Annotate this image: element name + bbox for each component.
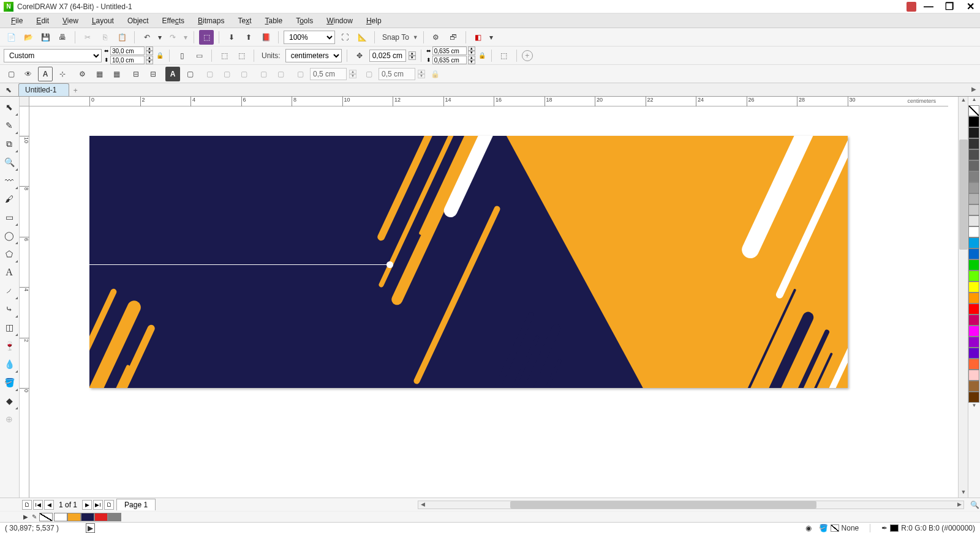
dup-y-input[interactable] bbox=[432, 56, 467, 64]
tb3-btn-8[interactable]: ⊟ bbox=[129, 67, 143, 81]
vscroll-thumb[interactable] bbox=[959, 140, 968, 250]
color-swatch[interactable] bbox=[968, 326, 979, 337]
add-page-after-button[interactable]: 🗋 bbox=[104, 500, 114, 510]
color-swatch[interactable] bbox=[968, 392, 979, 403]
drawing-workspace[interactable] bbox=[29, 106, 948, 498]
page-tab[interactable]: Page 1 bbox=[116, 499, 156, 510]
color-swatch[interactable] bbox=[968, 281, 979, 293]
color-swatch[interactable] bbox=[968, 337, 979, 348]
freehand-tool[interactable]: 〰 bbox=[0, 171, 18, 190]
portrait-button[interactable]: ▯ bbox=[175, 48, 189, 63]
color-swatch[interactable] bbox=[968, 226, 979, 237]
units-select[interactable]: centimeters bbox=[285, 49, 342, 62]
maximize-button[interactable]: ❐ bbox=[943, 2, 956, 12]
menu-bitmaps[interactable]: Bitmaps bbox=[192, 15, 230, 27]
app-launcher-button[interactable]: ◧ bbox=[471, 30, 486, 45]
play-icon[interactable]: ▶ bbox=[86, 523, 95, 533]
page-width-down[interactable]: ▼ bbox=[146, 51, 153, 55]
tb3-btn-13[interactable]: ▢ bbox=[219, 67, 234, 81]
doc-color-swatch[interactable] bbox=[81, 513, 94, 521]
add-page-button[interactable]: 🗋 bbox=[22, 500, 32, 510]
menu-help[interactable]: Help bbox=[360, 15, 388, 27]
polygon-tool[interactable]: ⬠ bbox=[0, 245, 18, 263]
doc-palette-none[interactable] bbox=[39, 513, 53, 521]
tb3-btn-16[interactable]: ▢ bbox=[273, 67, 288, 81]
last-page-button[interactable]: ▶I bbox=[93, 500, 103, 510]
undo-dropdown[interactable]: ▾ bbox=[157, 30, 163, 45]
color-swatch[interactable] bbox=[968, 293, 979, 304]
tab-pick-icon[interactable]: ⬉ bbox=[4, 85, 13, 95]
export-button[interactable]: ⬆ bbox=[241, 30, 256, 45]
tb3-btn-17[interactable]: ▢ bbox=[293, 67, 307, 81]
tb3-btn-4[interactable]: ⊹ bbox=[55, 67, 70, 81]
add-property-button[interactable]: + bbox=[522, 50, 533, 61]
options-button[interactable]: ⚙ bbox=[429, 30, 443, 45]
ruler-origin[interactable] bbox=[20, 97, 29, 106]
cut-button[interactable]: ✂ bbox=[80, 30, 95, 45]
pick-tool[interactable]: ⬉ bbox=[0, 98, 18, 116]
color-swatch[interactable] bbox=[968, 359, 979, 370]
redo-dropdown[interactable]: ▾ bbox=[183, 30, 189, 45]
color-swatch[interactable] bbox=[968, 381, 979, 392]
color-swatch[interactable] bbox=[968, 182, 979, 193]
zoom-tool[interactable]: 🔍 bbox=[0, 153, 18, 171]
color-swatch[interactable] bbox=[968, 348, 979, 359]
drop-shadow-tool[interactable]: ◫ bbox=[0, 318, 18, 337]
user-account-icon[interactable] bbox=[907, 2, 916, 12]
doc-color-swatch[interactable] bbox=[54, 513, 67, 521]
paste-button[interactable]: 📋 bbox=[115, 30, 129, 45]
tb3-btn-19[interactable]: 🔒 bbox=[428, 67, 442, 81]
menu-edit[interactable]: Edit bbox=[30, 15, 55, 27]
parallel-dimension-tool[interactable]: ⟋ bbox=[0, 281, 18, 300]
fill-indicator[interactable]: 🪣 None bbox=[819, 524, 859, 532]
undo-button[interactable]: ↶ bbox=[140, 30, 154, 45]
tb3-btn-6[interactable]: ▦ bbox=[92, 67, 107, 81]
shape-tool[interactable]: ✎ bbox=[0, 116, 18, 135]
launch-button[interactable]: 🗗 bbox=[446, 30, 461, 45]
zoom-level-select[interactable]: 100% bbox=[284, 31, 335, 44]
treat-as-filled-button[interactable]: ⬚ bbox=[497, 48, 511, 63]
color-swatch[interactable] bbox=[968, 160, 979, 171]
nudge-distance-input[interactable] bbox=[369, 50, 406, 62]
drawing-page[interactable] bbox=[89, 136, 848, 388]
color-swatch[interactable] bbox=[968, 127, 979, 138]
color-swatch[interactable] bbox=[968, 270, 979, 281]
full-screen-preview-button[interactable]: ⛶ bbox=[337, 30, 352, 45]
tb3-btn-1[interactable]: ▢ bbox=[4, 67, 18, 81]
hscroll-left[interactable]: ◀ bbox=[418, 501, 427, 509]
page-size-lock-icon[interactable]: 🔒 bbox=[156, 47, 164, 64]
color-swatch[interactable] bbox=[968, 105, 979, 116]
color-swatch[interactable] bbox=[968, 304, 979, 315]
print-button[interactable]: 🖶 bbox=[55, 30, 70, 45]
menu-layout[interactable]: Layout bbox=[86, 15, 120, 27]
save-button[interactable]: 💾 bbox=[38, 30, 53, 45]
color-swatch[interactable] bbox=[968, 116, 979, 127]
menu-tools[interactable]: Tools bbox=[290, 15, 319, 27]
page-height-up[interactable]: ▲ bbox=[146, 56, 153, 60]
close-button[interactable]: ✕ bbox=[964, 2, 976, 12]
tb3-btn-7[interactable]: ▦ bbox=[109, 67, 124, 81]
smart-fill-tool[interactable]: ◆ bbox=[0, 392, 18, 410]
import-button[interactable]: ⬇ bbox=[224, 30, 239, 45]
vscroll-up[interactable]: ▲ bbox=[959, 97, 968, 105]
tb3-btn-11[interactable]: ▢ bbox=[183, 67, 197, 81]
page-height-input[interactable] bbox=[110, 56, 145, 64]
nudge-up[interactable]: ▲ bbox=[409, 51, 416, 56]
search-content-button[interactable]: ⬚ bbox=[199, 30, 214, 45]
color-swatch[interactable] bbox=[968, 204, 979, 215]
doc-color-swatch[interactable] bbox=[108, 513, 121, 521]
menu-table[interactable]: Table bbox=[258, 15, 288, 27]
tb3-btn-12[interactable]: ▢ bbox=[202, 67, 217, 81]
tb3-btn-14[interactable]: ▢ bbox=[236, 67, 251, 81]
status-icon-1[interactable]: ◉ bbox=[805, 524, 812, 532]
add-document-tab[interactable]: + bbox=[69, 85, 81, 96]
show-rulers-button[interactable]: 📐 bbox=[355, 30, 369, 45]
transparency-tool[interactable]: 🍷 bbox=[0, 337, 18, 355]
menu-view[interactable]: View bbox=[56, 15, 85, 27]
document-tab[interactable]: Untitled-1 bbox=[18, 83, 69, 96]
ellipse-tool[interactable]: ◯ bbox=[0, 226, 18, 245]
menu-object[interactable]: Object bbox=[121, 15, 155, 27]
crop-tool[interactable]: ⧉ bbox=[0, 135, 18, 153]
next-page-button[interactable]: ▶ bbox=[82, 500, 92, 510]
color-swatch[interactable] bbox=[968, 248, 979, 259]
